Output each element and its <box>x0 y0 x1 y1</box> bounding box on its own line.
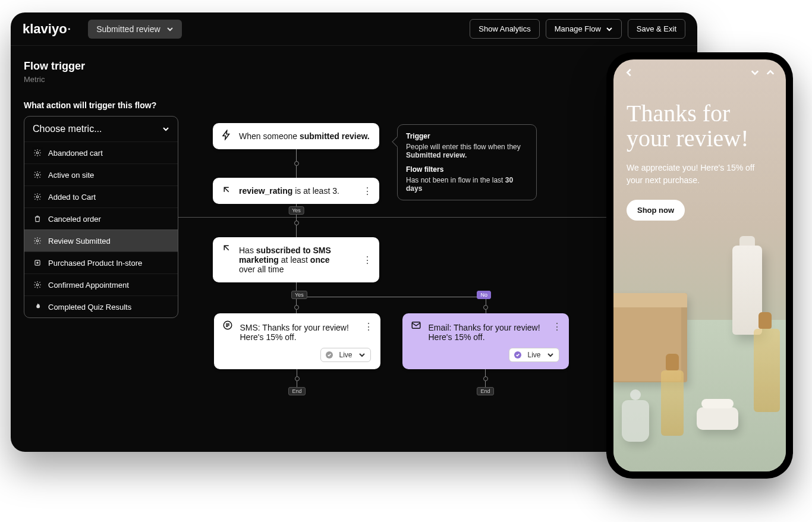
sms-message-card[interactable]: SMS: Thanks for your review! Here's 15% … <box>214 313 380 369</box>
metric-dropdown-toggle[interactable]: Choose metric... <box>24 117 178 141</box>
card-menu-icon[interactable]: ⋮ <box>364 321 373 332</box>
condition-card-rating[interactable]: review_rating is at least 3. ⋮ <box>213 178 379 204</box>
gear-icon <box>33 148 42 158</box>
shop-now-button[interactable]: Shop now <box>627 200 685 221</box>
metric-label: Canceled order <box>48 215 101 224</box>
email-headline: Thanks for your review! <box>627 101 773 151</box>
phone-screen: Thanks for your review! We appreciate yo… <box>613 59 786 471</box>
svg-point-2 <box>36 196 39 198</box>
end-label: End <box>477 387 493 395</box>
bag-icon <box>33 214 42 224</box>
svg-point-3 <box>36 240 39 242</box>
metric-option[interactable]: Completed Quiz Results <box>24 295 178 317</box>
end-label: End <box>288 387 305 395</box>
connector <box>296 149 297 178</box>
status-dot-icon <box>514 351 521 359</box>
gear-icon <box>33 192 42 202</box>
metric-option[interactable]: Active on site <box>24 163 178 185</box>
trigger-card[interactable]: When someone submitted review. <box>213 123 379 149</box>
email-message-card[interactable]: Email: Thanks for your review! Here's 15… <box>402 313 569 369</box>
chevron-down-icon <box>547 351 554 359</box>
card-menu-icon[interactable]: ⋮ <box>363 254 372 266</box>
flame-icon <box>33 302 42 312</box>
gear-icon <box>33 170 42 180</box>
metric-option[interactable]: Abandoned cart <box>24 141 178 163</box>
flow-canvas: Flow trigger Metric What action will tri… <box>11 46 697 452</box>
square-icon <box>33 258 42 268</box>
chat-icon <box>222 320 234 333</box>
phone-preview: Thanks for your review! We appreciate yo… <box>606 52 793 479</box>
card-menu-icon[interactable]: ⋮ <box>552 321 562 332</box>
metric-label: Purchased Product In-store <box>48 259 142 268</box>
svg-point-1 <box>36 174 39 176</box>
save-exit-button[interactable]: Save & Exit <box>628 19 685 39</box>
metric-label: Confirmed Appointment <box>48 281 129 290</box>
branch-label-no: No <box>477 291 491 299</box>
email-body: We appreciate you! Here's 15% off your n… <box>627 162 773 187</box>
back-chevron-icon[interactable] <box>624 68 634 80</box>
gear-icon <box>33 280 42 290</box>
chevron-down-icon[interactable] <box>750 68 760 80</box>
metric-label: Completed Quiz Results <box>48 303 131 312</box>
metric-option[interactable]: Purchased Product In-store <box>24 251 178 273</box>
svg-point-0 <box>36 152 39 154</box>
metric-label: Review Submitted <box>48 237 111 246</box>
topbar: klaviyo▪ Submitted review Show Analytics… <box>11 12 697 46</box>
chevron-down-icon <box>166 26 174 33</box>
trigger-text: When someone submitted review. <box>239 131 370 141</box>
trigger-config-panel: Flow trigger Metric What action will tri… <box>24 60 190 318</box>
metric-label: Active on site <box>48 171 94 180</box>
connector <box>485 369 486 387</box>
condition-card-sms[interactable]: Has subscribed to SMS marketing at least… <box>213 237 379 282</box>
card-menu-icon[interactable]: ⋮ <box>363 185 372 197</box>
metric-option[interactable]: Review Submitted <box>24 229 178 251</box>
metric-option[interactable]: Canceled order <box>24 207 178 229</box>
flow-name-dropdown[interactable]: Submitted review <box>88 20 181 39</box>
connector: Yes <box>296 204 297 237</box>
metric-label: Abandoned cart <box>48 149 103 158</box>
status-dot-icon <box>326 351 333 359</box>
status-dropdown[interactable]: Live <box>509 348 559 362</box>
status-dropdown[interactable]: Live <box>320 348 370 362</box>
branch-label-yes: Yes <box>291 291 307 299</box>
dropdown-placeholder: Choose metric... <box>33 124 102 134</box>
chevron-down-icon <box>162 125 169 133</box>
show-analytics-button[interactable]: Show Analytics <box>470 19 539 39</box>
email-content: Thanks for your review! We appreciate yo… <box>627 101 773 221</box>
chevron-up-icon[interactable] <box>766 68 775 80</box>
condition-text: Has subscribed to SMS marketing at least… <box>239 246 370 274</box>
status-label: Live <box>527 351 540 359</box>
chevron-down-icon <box>358 351 366 359</box>
flow-diagram: When someone submitted review. review_ra… <box>213 123 569 395</box>
brand-logo: klaviyo▪ <box>23 21 70 37</box>
bolt-icon <box>221 130 233 143</box>
envelope-icon <box>411 320 423 333</box>
branch-label-yes: Yes <box>288 206 304 215</box>
chevron-down-icon <box>606 26 613 33</box>
flow-builder-window: klaviyo▪ Submitted review Show Analytics… <box>11 12 697 452</box>
metric-label: Added to Cart <box>48 193 96 202</box>
metric-option[interactable]: Confirmed Appointment <box>24 273 178 295</box>
svg-point-6 <box>36 284 39 286</box>
branch-split: Yes No <box>213 297 569 313</box>
svg-point-5 <box>37 262 38 263</box>
status-label: Live <box>339 351 352 359</box>
product-image <box>613 222 786 471</box>
gear-icon <box>33 236 42 246</box>
metric-option[interactable]: Added to Cart <box>24 185 178 207</box>
message-text: SMS: Thanks for your review! Here's 15% … <box>240 323 371 342</box>
phone-nav <box>624 68 775 80</box>
condition-text: review_rating is at least 3. <box>239 186 370 196</box>
metric-dropdown: Choose metric... Abandoned cartActive on… <box>24 116 178 318</box>
manage-flow-button[interactable]: Manage Flow <box>546 19 622 39</box>
split-icon <box>221 184 233 197</box>
connector <box>297 369 297 387</box>
split-icon <box>221 243 233 256</box>
metric-prompt: What action will trigger this flow? <box>24 100 190 110</box>
panel-subtitle: Metric <box>24 75 190 84</box>
panel-title: Flow trigger <box>24 60 190 73</box>
message-text: Email: Thanks for your review! Here's 15… <box>429 323 559 342</box>
